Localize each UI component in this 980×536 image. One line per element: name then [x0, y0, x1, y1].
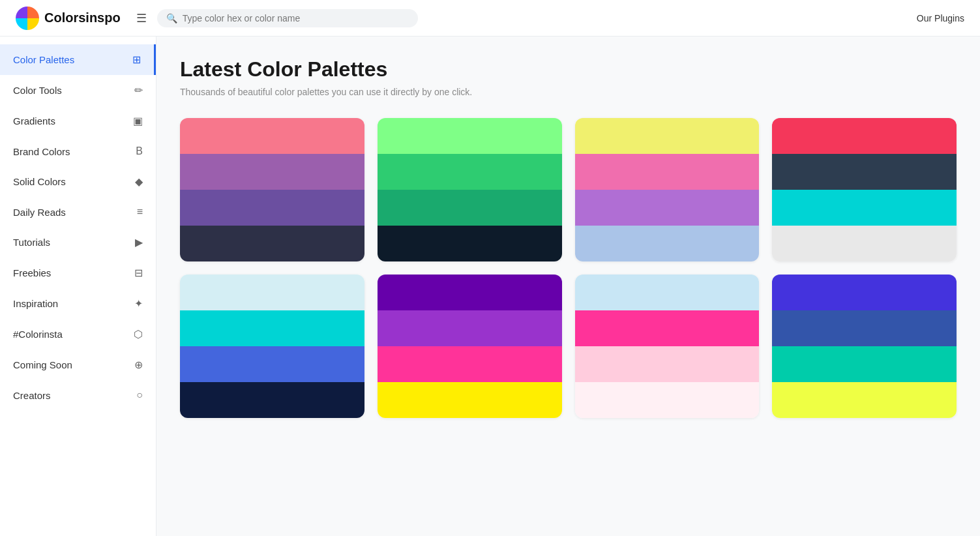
swatch-2 — [180, 190, 364, 226]
swatch-3 — [378, 382, 562, 418]
sidebar-item-label: Brand Colors — [13, 146, 70, 157]
menu-icon[interactable]: ☰ — [136, 11, 147, 25]
swatch-0 — [180, 118, 364, 154]
sidebar-item-icon-color-palettes: ⊞ — [132, 53, 141, 66]
swatch-1 — [180, 154, 364, 190]
sidebar-item-colorinsta[interactable]: #Colorinsta ⬡ — [0, 319, 156, 350]
swatch-2 — [772, 346, 957, 382]
logo-icon — [16, 7, 39, 30]
sidebar-item-label: Coming Soon — [13, 359, 72, 370]
swatch-3 — [772, 226, 957, 261]
swatch-0 — [575, 118, 760, 154]
sidebar-item-creators[interactable]: Creators ○ — [0, 380, 156, 410]
sidebar-item-icon-solid-colors: ◆ — [135, 175, 143, 188]
sidebar-item-icon-color-tools: ✏ — [134, 84, 143, 97]
swatch-3 — [575, 226, 760, 261]
sidebar-item-icon-tutorials: ▶ — [135, 236, 143, 248]
sidebar-item-color-tools[interactable]: Color Tools ✏ — [0, 75, 156, 106]
sidebar-item-label: #Colorinsta — [13, 329, 63, 340]
sidebar-item-label: Color Palettes — [13, 54, 74, 65]
swatch-0 — [772, 118, 957, 154]
swatch-1 — [575, 154, 760, 190]
sidebar-item-inspiration[interactable]: Inspiration ✦ — [0, 288, 156, 319]
palette-card-palette-8[interactable] — [772, 275, 957, 418]
sidebar-item-label: Gradients — [13, 115, 55, 127]
sidebar-item-daily-reads[interactable]: Daily Reads ≡ — [0, 197, 156, 227]
sidebar-item-tutorials[interactable]: Tutorials ▶ — [0, 227, 156, 258]
sidebar-item-icon-freebies: ⊟ — [134, 267, 143, 279]
logo-text: Colorsinspo — [44, 10, 121, 25]
page-title: Latest Color Palettes — [180, 57, 957, 82]
sidebar-item-icon-inspiration: ✦ — [134, 297, 143, 310]
swatch-3 — [180, 226, 364, 261]
swatch-0 — [378, 275, 562, 310]
sidebar-item-gradients[interactable]: Gradients ▣ — [0, 106, 156, 136]
swatch-1 — [772, 154, 957, 190]
palette-card-palette-6[interactable] — [378, 275, 562, 418]
palette-card-palette-3[interactable] — [575, 118, 760, 261]
search-icon: 🔍 — [166, 13, 177, 23]
search-area: 🔍 — [157, 9, 418, 27]
swatch-3 — [772, 382, 957, 418]
swatch-0 — [575, 275, 760, 310]
swatch-2 — [575, 346, 760, 382]
palette-swatches — [378, 275, 562, 418]
sidebar-item-coming-soon[interactable]: Coming Soon ⊕ — [0, 350, 156, 380]
page-subtitle: Thousands of beautiful color palettes yo… — [180, 87, 957, 97]
swatch-1 — [378, 310, 562, 346]
palette-swatches — [180, 275, 364, 418]
sidebar-item-label: Inspiration — [13, 298, 58, 309]
app-header: Colorsinspo ☰ 🔍 Our Plugins — [0, 0, 980, 37]
swatch-3 — [575, 382, 760, 418]
swatch-2 — [180, 346, 364, 382]
palette-grid — [180, 118, 957, 418]
plugins-link[interactable]: Our Plugins — [917, 13, 964, 23]
swatch-0 — [378, 118, 562, 154]
sidebar-item-icon-daily-reads: ≡ — [137, 206, 143, 218]
palette-swatches — [575, 118, 760, 261]
palette-card-palette-5[interactable] — [180, 275, 364, 418]
sidebar-item-brand-colors[interactable]: Brand Colors B — [0, 136, 156, 166]
palette-swatches — [180, 118, 364, 261]
swatch-0 — [180, 275, 364, 310]
sidebar-item-icon-coming-soon: ⊕ — [134, 359, 143, 371]
swatch-2 — [378, 190, 562, 226]
header-right: Our Plugins — [917, 13, 964, 23]
sidebar-item-icon-brand-colors: B — [136, 145, 143, 157]
sidebar-item-icon-gradients: ▣ — [133, 115, 143, 127]
swatch-0 — [772, 275, 957, 310]
swatch-3 — [180, 382, 364, 418]
palette-swatches — [575, 275, 760, 418]
swatch-2 — [772, 190, 957, 226]
palette-card-palette-7[interactable] — [575, 275, 760, 418]
sidebar-item-label: Creators — [13, 390, 51, 401]
palette-card-palette-1[interactable] — [180, 118, 364, 261]
sidebar-item-icon-creators: ○ — [136, 389, 143, 401]
sidebar-item-freebies[interactable]: Freebies ⊟ — [0, 258, 156, 288]
sidebar-item-solid-colors[interactable]: Solid Colors ◆ — [0, 166, 156, 197]
palette-card-palette-2[interactable] — [378, 118, 562, 261]
sidebar-item-icon-colorinsta: ⬡ — [134, 328, 143, 340]
sidebar-item-label: Tutorials — [13, 237, 50, 248]
swatch-2 — [575, 190, 760, 226]
palette-swatches — [772, 275, 957, 418]
swatch-2 — [378, 346, 562, 382]
main-content: Latest Color Palettes Thousands of beaut… — [156, 37, 980, 536]
sidebar-item-color-palettes[interactable]: Color Palettes ⊞ — [0, 44, 156, 75]
logo-area[interactable]: Colorsinspo — [16, 7, 121, 30]
sidebar: Color Palettes ⊞ Color Tools ✏ Gradients… — [0, 37, 156, 536]
palette-swatches — [378, 118, 562, 261]
app-layout: Color Palettes ⊞ Color Tools ✏ Gradients… — [0, 37, 980, 536]
sidebar-item-label: Freebies — [13, 267, 51, 278]
sidebar-item-label: Color Tools — [13, 85, 62, 96]
sidebar-item-label: Daily Reads — [13, 207, 66, 218]
swatch-3 — [378, 226, 562, 261]
swatch-1 — [378, 154, 562, 190]
sidebar-item-label: Solid Colors — [13, 176, 66, 187]
palette-card-palette-4[interactable] — [772, 118, 957, 261]
swatch-1 — [772, 310, 957, 346]
swatch-1 — [575, 310, 760, 346]
palette-swatches — [772, 118, 957, 261]
search-input[interactable] — [183, 13, 409, 23]
swatch-1 — [180, 310, 364, 346]
